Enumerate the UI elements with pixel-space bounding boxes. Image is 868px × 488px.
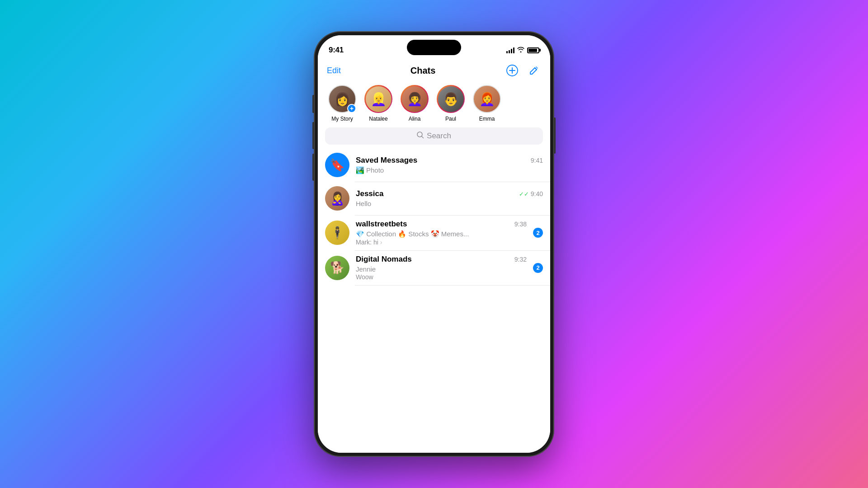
wsb-mark-line: Mark: hi ›	[356, 239, 527, 246]
compose-button[interactable]	[527, 63, 541, 78]
wsb-avatar-emoji: 🕴️	[330, 226, 344, 240]
story-item-alina[interactable]: 👩‍🦱 Alina	[396, 85, 433, 122]
nomads-preview-wrap: Jennie Woow	[356, 265, 527, 281]
jessica-avatar: 🙎‍♀️	[325, 186, 349, 211]
saved-messages-preview-text: Photo	[366, 166, 384, 174]
bookmark-icon: 🔖	[330, 158, 344, 172]
nomads-body: Digital Nomads 9:32 Jennie Woow	[356, 255, 527, 281]
jessica-preview-text: Hello	[356, 200, 371, 207]
wsb-body: wallstreetbets 9:38 💎 My StoryCollection…	[356, 220, 527, 246]
story-label-natalee: Natalee	[369, 116, 387, 122]
my-story-avatar-wrap: 👩 +	[328, 85, 356, 113]
chat-item-wsb[interactable]: 🕴️ wallstreetbets 9:38 💎 My StoryCollect…	[318, 215, 550, 250]
wsb-preview-wrap: 💎 My StoryCollection 🔥 Stocks 🤡 Memes...…	[356, 230, 527, 246]
dynamic-island	[407, 40, 461, 55]
paul-avatar-wrap: 👨	[437, 85, 465, 113]
wsb-preview-line1: 💎 My StoryCollection 🔥 Stocks 🤡 Memes...	[356, 230, 527, 238]
header: Edit Chats	[318, 60, 550, 82]
search-bar[interactable]: Search	[325, 127, 543, 145]
alina-avatar-wrap: 👩‍🦱	[401, 85, 429, 113]
nomads-preview-line2: Woow	[356, 273, 527, 281]
phone-frame: 9:41 Edi	[314, 32, 554, 456]
svg-line-4	[422, 136, 424, 138]
nomads-top: Digital Nomads 9:32	[356, 255, 527, 264]
saved-messages-preview: 🏞️ Photo	[356, 166, 543, 174]
nomads-avatar: 🐕	[325, 256, 349, 280]
chat-item-digital-nomads[interactable]: 🐕 Digital Nomads 9:32 Jennie Woow	[318, 250, 550, 285]
jessica-avatar-emoji: 🙎‍♀️	[330, 191, 345, 206]
search-icon	[417, 131, 424, 141]
wifi-icon	[517, 47, 524, 54]
story-label-my-story: My Story	[331, 116, 353, 122]
app-content: Edit Chats	[318, 60, 550, 453]
battery-icon	[527, 47, 539, 53]
story-label-emma: Emma	[479, 116, 495, 122]
add-story-button[interactable]: +	[347, 104, 356, 113]
jessica-top: Jessica ✓✓ 9:40	[356, 189, 543, 198]
story-item-my-story[interactable]: 👩 + My Story	[324, 85, 360, 122]
header-icons	[505, 63, 541, 78]
phone-screen: 9:41 Edi	[318, 35, 550, 453]
nomads-avatar-emoji: 🐕	[330, 261, 344, 275]
wsb-top: wallstreetbets 9:38	[356, 220, 527, 229]
jessica-name: Jessica	[356, 189, 383, 198]
photo-emoji: 🏞️	[356, 166, 364, 174]
jessica-time: 9:40	[531, 190, 543, 197]
emma-avatar-wrap: 👩‍🦰	[473, 85, 501, 113]
status-time: 9:41	[329, 46, 344, 55]
search-placeholder: Search	[427, 131, 451, 141]
read-check-icon: ✓✓	[519, 191, 529, 197]
nomads-badge: 2	[533, 263, 543, 273]
jessica-time-wrap: ✓✓ 9:40	[519, 190, 543, 197]
add-chat-button[interactable]	[505, 63, 519, 78]
saved-messages-body: Saved Messages 9:41 🏞️ Photo	[356, 156, 543, 174]
chat-item-saved[interactable]: 🔖 Saved Messages 9:41 🏞️ Photo	[318, 148, 550, 182]
saved-messages-name: Saved Messages	[356, 156, 417, 165]
jessica-body: Jessica ✓✓ 9:40 Hello	[356, 189, 543, 207]
saved-messages-time: 9:41	[531, 157, 543, 164]
nomads-name: Digital Nomads	[356, 255, 412, 264]
nomads-preview-line1: Jennie	[356, 265, 527, 273]
story-item-paul[interactable]: 👨 Paul	[433, 85, 469, 122]
story-item-natalee[interactable]: 👱‍♀️ Natalee	[360, 85, 396, 122]
saved-messages-top: Saved Messages 9:41	[356, 156, 543, 165]
chat-list: 🔖 Saved Messages 9:41 🏞️ Photo	[318, 148, 550, 453]
wsb-name: wallstreetbets	[356, 220, 407, 229]
nomads-time: 9:32	[514, 256, 527, 263]
natalee-avatar-wrap: 👱‍♀️	[364, 85, 392, 113]
story-label-alina: Alina	[409, 116, 421, 122]
status-icons	[506, 47, 539, 54]
jessica-preview: Hello	[356, 200, 543, 207]
status-bar: 9:41	[318, 35, 550, 60]
wsb-badge: 2	[533, 228, 543, 238]
wsb-time: 9:38	[514, 221, 527, 228]
saved-messages-avatar: 🔖	[325, 153, 349, 177]
story-label-paul: Paul	[445, 116, 456, 122]
wsb-avatar: 🕴️	[325, 221, 349, 245]
stories-row: 👩 + My Story 👱‍♀️ Na	[318, 82, 550, 127]
search-bar-wrap: Search	[318, 127, 550, 148]
signal-bars-icon	[506, 47, 514, 53]
chat-item-jessica[interactable]: 🙎‍♀️ Jessica ✓✓ 9:40 Hello	[318, 182, 550, 215]
page-title: Chats	[410, 66, 436, 76]
edit-button[interactable]: Edit	[327, 66, 341, 75]
story-item-emma[interactable]: 👩‍🦰 Emma	[469, 85, 505, 122]
